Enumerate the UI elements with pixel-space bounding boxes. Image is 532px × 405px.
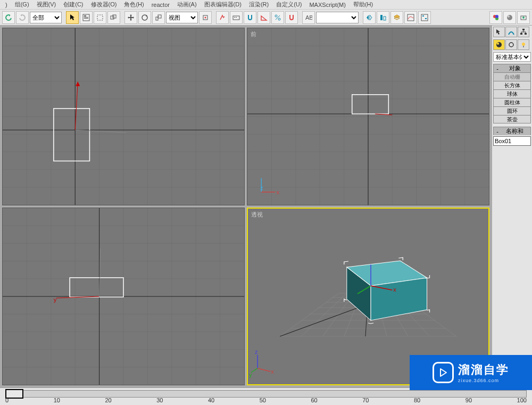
svg-rect-23 — [425, 18, 427, 19]
spinner-snap-icon[interactable] — [285, 11, 298, 24]
viewport-grid: 前 z x — [0, 26, 492, 387]
svg-rect-5 — [111, 16, 114, 19]
autogrid-checkbox[interactable]: 自动栅 — [493, 72, 531, 81]
menu-item[interactable]: 自定义(U) — [273, 1, 305, 9]
svg-rect-132 — [520, 33, 522, 35]
reference-coord[interactable]: 视图 — [166, 12, 198, 23]
svg-rect-6 — [113, 15, 116, 18]
align-icon[interactable] — [377, 11, 389, 24]
menu-item[interactable]: 视图(V) — [34, 1, 60, 9]
move-tool-icon[interactable] — [124, 11, 137, 24]
svg-rect-19 — [384, 16, 386, 20]
shapes-cat-icon[interactable] — [505, 39, 517, 50]
svg-point-11 — [205, 16, 206, 18]
object-type-sphere[interactable]: 球体 — [493, 89, 531, 98]
geometry-cat-icon[interactable] — [493, 39, 505, 50]
svg-point-16 — [278, 18, 280, 20]
menu-item[interactable]: 角色(H) — [121, 1, 147, 9]
menu-item[interactable]: 图表编辑器(D) — [201, 1, 245, 9]
object-type-torus[interactable]: 圆环 — [493, 106, 531, 115]
svg-line-52 — [75, 130, 126, 133]
rotate-tool-icon[interactable] — [138, 11, 151, 24]
select-tool-icon[interactable] — [66, 11, 79, 24]
menu-item[interactable]: 创建(C) — [60, 1, 86, 9]
select-by-name-icon[interactable] — [80, 11, 93, 24]
svg-rect-4 — [97, 15, 103, 20]
menu-item[interactable]: reactor — [148, 2, 173, 8]
pivot-icon[interactable] — [199, 11, 212, 24]
svg-text:ABC: ABC — [305, 14, 312, 21]
svg-rect-13 — [234, 17, 235, 18]
viewport-left[interactable]: y — [2, 208, 245, 385]
svg-point-30 — [522, 16, 525, 19]
menu-item[interactable]: 渲染(R) — [246, 1, 272, 9]
select-region-icon[interactable] — [94, 11, 106, 24]
viewport-top[interactable] — [2, 28, 245, 205]
lights-cat-icon[interactable] — [518, 39, 529, 50]
object-category-dropdown[interactable]: 标准基本体 — [493, 52, 531, 62]
svg-point-15 — [275, 15, 277, 17]
window-crossing-icon[interactable] — [107, 11, 120, 24]
create-tab-icon[interactable] — [493, 27, 505, 37]
svg-rect-131 — [522, 29, 525, 30]
redo-icon[interactable] — [16, 11, 29, 24]
timeline-track[interactable] — [5, 390, 527, 398]
mirror-icon[interactable] — [363, 11, 376, 24]
hierarchy-tab-icon[interactable] — [518, 27, 529, 37]
scale-tool-icon[interactable] — [152, 11, 165, 24]
object-type-teapot[interactable]: 茶壶 — [493, 115, 531, 123]
layers-icon[interactable] — [390, 11, 403, 24]
schematic-view-icon[interactable] — [418, 11, 431, 24]
manipulate-icon[interactable] — [216, 11, 229, 24]
svg-text:z: z — [260, 185, 263, 191]
selection-filter[interactable]: 全部 — [30, 12, 62, 23]
svg-rect-3 — [84, 18, 88, 19]
object-name-input[interactable] — [493, 136, 531, 146]
object-type-box[interactable]: 长方体 — [493, 81, 531, 89]
timeline-ticks: 0102030405060708090100 — [5, 397, 527, 401]
svg-text:x: x — [271, 368, 274, 375]
named-selection-icon[interactable]: ABC — [302, 11, 315, 24]
svg-point-26 — [495, 15, 498, 18]
svg-line-53 — [75, 82, 78, 130]
svg-line-129 — [251, 368, 257, 373]
rollout-name-color[interactable]: -名称和 — [493, 127, 531, 135]
svg-point-27 — [507, 15, 512, 20]
curve-editor-icon[interactable] — [404, 11, 417, 24]
command-panel: 标准基本体 -对象 自动栅 长方体 球体 圆柱体 圆环 茶壶 -名称和 — [492, 26, 532, 387]
viewport-front[interactable]: 前 z x — [247, 28, 489, 205]
watermark-title: 溜溜自学 — [458, 362, 509, 378]
svg-point-135 — [497, 43, 499, 45]
svg-rect-12 — [233, 16, 239, 20]
rollout-object-type[interactable]: -对象 — [493, 64, 531, 72]
percent-snap-icon[interactable] — [271, 11, 284, 24]
play-icon — [433, 362, 454, 383]
render-icon[interactable] — [517, 11, 530, 24]
modify-tab-icon[interactable] — [505, 27, 517, 37]
menu-item[interactable]: 组(G) — [12, 1, 32, 9]
object-type-cylinder[interactable]: 圆柱体 — [493, 98, 531, 106]
svg-text:x: x — [276, 189, 279, 195]
angle-snap-icon[interactable] — [257, 11, 270, 24]
svg-text:y: y — [54, 296, 57, 303]
svg-rect-2 — [84, 17, 88, 18]
menu-item[interactable]: 动画(A) — [174, 1, 200, 9]
menu-item[interactable]: 帮助(H) — [350, 1, 376, 9]
svg-rect-21 — [421, 14, 428, 21]
menu-bar: ) 组(G) 视图(V) 创建(C) 修改器(O) 角色(H) reactor … — [0, 0, 532, 10]
svg-point-137 — [522, 43, 525, 46]
render-scene-icon[interactable] — [503, 11, 516, 24]
svg-rect-1 — [84, 15, 86, 16]
menu-item[interactable]: ) — [2, 2, 11, 8]
keyboard-shortcut-icon[interactable] — [230, 11, 243, 24]
svg-line-127 — [257, 368, 270, 371]
menu-item[interactable]: MAXScript(M) — [306, 2, 348, 8]
svg-line-110 — [280, 293, 338, 336]
menu-item[interactable]: 修改器(O) — [88, 1, 120, 9]
watermark-banner: 溜溜自学 zixue.3d66.com — [410, 355, 532, 390]
viewport-label-front: 前 — [251, 30, 256, 38]
material-editor-icon[interactable] — [489, 11, 502, 24]
named-selection-list[interactable] — [316, 12, 359, 23]
snap-toggle-icon[interactable] — [244, 11, 256, 24]
undo-icon[interactable] — [2, 11, 15, 24]
